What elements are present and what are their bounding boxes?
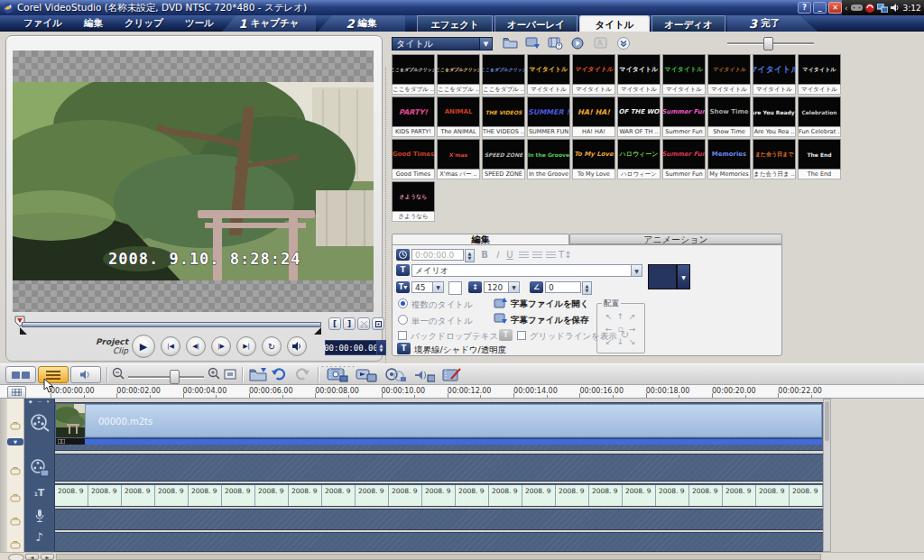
title-clip[interactable]: 2008. 9 <box>656 485 689 506</box>
vscroll-thumb[interactable] <box>825 401 829 441</box>
music-track-icon[interactable]: ♪ <box>35 530 42 544</box>
batch-convert-icon[interactable] <box>327 367 348 382</box>
overlay-track-icon[interactable] <box>30 458 50 482</box>
border-shadow-button[interactable]: 境界線/シャドウ/透明度 <box>414 344 506 356</box>
enlarge-preview-button[interactable] <box>372 317 384 330</box>
timeline-zoom-track[interactable] <box>128 376 204 378</box>
align-top-right-button[interactable]: ↗ <box>626 310 638 323</box>
prev-frame-button[interactable]: ◀| <box>186 336 206 356</box>
gallery-item[interactable]: マイタイトルマイタイトル <box>617 54 661 95</box>
repeat-button[interactable]: ↻ <box>262 336 282 356</box>
gallery-item[interactable]: ハロウィーンハロウィーン <box>617 139 661 179</box>
gallery-item[interactable]: CelebrationFun Celebrat .. <box>798 96 841 137</box>
align-right-button[interactable]: → <box>626 323 638 335</box>
gallery-item[interactable]: X'masX'mas パー .. <box>437 139 480 179</box>
voice-track[interactable] <box>55 509 823 530</box>
text-color-swatch[interactable] <box>648 264 677 289</box>
open-subtitle-button[interactable]: 字幕ファイルを開く <box>511 298 589 310</box>
redo-icon[interactable] <box>294 367 310 381</box>
single-title-radio[interactable] <box>398 315 408 325</box>
title-clip[interactable]: 2008. 9 <box>756 485 790 506</box>
multiple-titles-radio[interactable] <box>398 298 408 308</box>
gallery-item[interactable]: マイタイトルマイタイトル <box>798 54 841 95</box>
menu-item-ファイル[interactable]: ファイル <box>23 17 62 30</box>
tab-オーディオ[interactable]: オーディオ <box>651 15 725 32</box>
library-filter-icon[interactable]: A <box>592 35 609 50</box>
step-tab-finish[interactable]: 3 完了 <box>727 15 818 32</box>
music-track-lock-icon[interactable] <box>10 536 21 553</box>
gallery-item[interactable]: HA! HA!HA! HA! <box>572 96 615 137</box>
sound-mixer-icon[interactable] <box>384 367 406 382</box>
next-frame-button[interactable]: |▶ <box>211 336 231 356</box>
painting-creator-icon[interactable] <box>442 367 462 382</box>
vertical-text-icon[interactable]: T↕ <box>559 250 569 260</box>
go-end-button[interactable]: ▶| <box>236 336 256 356</box>
line-spacing-select[interactable]: 120 ▼ <box>484 281 520 293</box>
gallery-item[interactable]: SPEED ZONESPEED ZONE <box>482 139 525 179</box>
collapse-tracks-button[interactable]: ▼ <box>7 438 23 445</box>
text-color-dropdown[interactable]: ▼ <box>677 264 690 289</box>
timeline-ruler[interactable]: 00:00:00.0000:00:02.0000:00:04.0000:00:0… <box>0 385 924 399</box>
mark-out-button[interactable]: ] <box>343 317 356 330</box>
rotate-angle-field[interactable]: 0 <box>545 281 581 293</box>
network-tray-icon[interactable] <box>877 4 888 13</box>
slider-thumb[interactable] <box>763 37 773 50</box>
gallery-item[interactable]: Good TimesGood Times <box>392 139 435 179</box>
fit-project-icon[interactable] <box>224 369 236 380</box>
gallery-item[interactable]: WAR OF THE WORLDSWAR OF TH .. <box>617 96 661 137</box>
gallery-item[interactable]: Summer FunSummer Fun <box>662 139 706 179</box>
music-track[interactable] <box>55 532 823 552</box>
step-tab-edit[interactable]: 2 編集 <box>318 15 405 32</box>
tab-エフェクト[interactable]: エフェクト <box>417 15 493 32</box>
gallery-item[interactable]: SUMMER !SUMMER FUN <box>527 96 570 137</box>
align-top-button[interactable]: ↑ <box>614 310 626 323</box>
title-clip[interactable]: 2008. 9 <box>623 485 656 506</box>
go-start-button[interactable]: |◀ <box>161 336 180 356</box>
gallery-item[interactable]: In the GrooveIn the Groove <box>527 139 570 179</box>
expand-gallery-icon[interactable] <box>614 35 632 50</box>
voice-track-lock-icon[interactable] <box>10 512 21 529</box>
align-center-button[interactable]: ▫ <box>614 323 626 335</box>
close-button[interactable]: ✕ <box>828 2 842 14</box>
zoom-in-icon[interactable] <box>208 367 220 380</box>
font-select[interactable]: メイリオ ▼ <box>411 264 642 277</box>
title-clip[interactable]: 2008. 9 <box>289 485 322 506</box>
trim-start-handle[interactable] <box>20 327 27 335</box>
volume-tray-icon[interactable] <box>891 4 899 12</box>
backdrop-text-checkbox[interactable] <box>398 331 407 340</box>
preview-video-area[interactable]: 2008. 9.10. 8:28:24 <box>13 50 374 312</box>
timeline-zoom-thumb[interactable] <box>170 370 180 384</box>
chevron-down-icon[interactable]: ▼ <box>508 282 519 292</box>
media-player-tray-icon[interactable] <box>865 4 874 13</box>
undo-icon[interactable] <box>271 367 287 381</box>
timeline-vscrollbar[interactable] <box>823 399 831 552</box>
video-track-lock-icon[interactable] <box>10 417 21 434</box>
align-center-icon[interactable] <box>532 252 542 260</box>
gallery-item[interactable]: THE VIDEOSTHE VIDEOS .. <box>482 96 525 137</box>
gallery-item[interactable]: ここをダブルクリックここをダブル .. <box>392 54 435 95</box>
title-track[interactable]: 2008. 92008. 92008. 92008. 92008. 92008.… <box>55 483 823 507</box>
tab-animation[interactable]: アニメーション <box>569 234 782 244</box>
menu-item-ツール[interactable]: ツール <box>185 17 214 30</box>
audio-view-button[interactable] <box>70 366 101 383</box>
align-bottom-right-button[interactable]: ↘ <box>626 335 638 348</box>
title-track-icon[interactable]: 1T <box>34 487 45 499</box>
overlay-track-lock-icon[interactable] <box>10 462 21 479</box>
align-right-icon[interactable] <box>546 252 556 260</box>
bold-button[interactable]: B <box>479 250 490 260</box>
gallery-item[interactable]: Show TimeShow Time <box>707 96 751 137</box>
controller-tray-icon[interactable] <box>851 4 863 12</box>
title-clip[interactable]: 2008. 9 <box>556 485 589 506</box>
gallery-item[interactable]: マイタイトルマイタイトル <box>527 54 570 95</box>
angle-spinner[interactable]: ▲▼ <box>582 281 592 295</box>
gallery-item[interactable]: マイタイトルマイタイトル <box>662 54 706 95</box>
auto-music-icon[interactable] <box>413 367 435 382</box>
italic-button[interactable]: I <box>492 250 503 260</box>
mark-in-button[interactable]: [ <box>328 317 341 330</box>
tab-タイトル[interactable]: タイトル <box>579 15 650 32</box>
title-clip[interactable]: 2008. 9 <box>55 485 88 506</box>
gallery-item[interactable]: ANIMALThe ANIMAL <box>437 96 480 137</box>
gallery-item[interactable]: The EndThe End <box>798 139 841 179</box>
align-bottom-left-button[interactable]: ↙ <box>603 335 614 348</box>
minimize-button[interactable]: _ <box>813 2 827 14</box>
